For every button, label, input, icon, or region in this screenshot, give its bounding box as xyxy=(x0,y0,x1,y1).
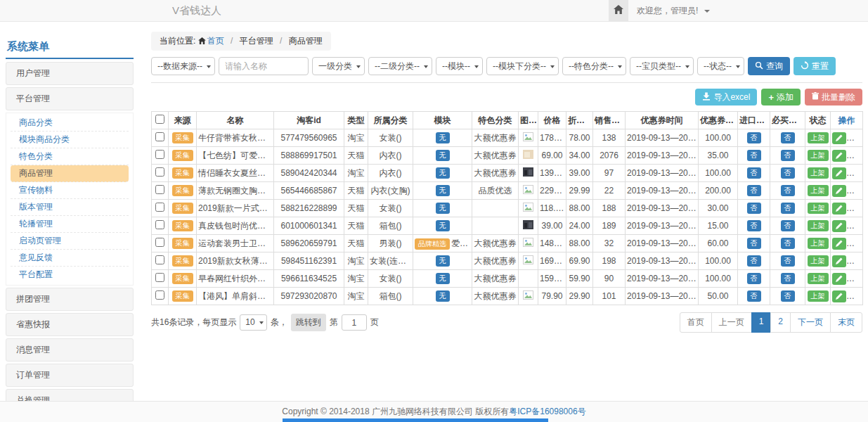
imported-badge[interactable]: 否 xyxy=(747,132,761,143)
page-button-末页[interactable]: 末页 xyxy=(830,312,862,333)
must-buy-badge[interactable]: 否 xyxy=(781,150,795,161)
status-badge[interactable]: 上架 xyxy=(808,273,829,284)
sidebar-item-订单管理[interactable]: 订单管理 xyxy=(6,364,134,387)
edit-button[interactable] xyxy=(832,238,846,250)
edit-button[interactable] xyxy=(832,150,846,162)
row-checkbox[interactable] xyxy=(155,150,164,159)
must-buy-cell: 否 xyxy=(770,217,805,235)
per-page-select[interactable]: 10 xyxy=(240,314,266,331)
row-checkbox[interactable] xyxy=(155,220,164,229)
must-buy-badge[interactable]: 否 xyxy=(781,290,795,302)
feature-category xyxy=(472,217,519,235)
status-badge[interactable]: 上架 xyxy=(808,167,829,179)
jump-button[interactable]: 跳转到 xyxy=(291,314,326,331)
edit-button[interactable] xyxy=(832,290,846,302)
sidebar-item-消息管理[interactable]: 消息管理 xyxy=(6,338,134,362)
imported-badge[interactable]: 否 xyxy=(747,203,761,214)
filter-select-状态[interactable]: --状态-- xyxy=(697,57,744,75)
status-badge[interactable]: 上架 xyxy=(808,255,829,267)
sidebar-item-平台配置[interactable]: 平台配置 xyxy=(11,267,129,283)
sidebar-item-模块商品分类[interactable]: 模块商品分类 xyxy=(11,132,129,148)
imported-badge[interactable]: 否 xyxy=(747,290,761,302)
imported-badge[interactable]: 否 xyxy=(747,150,761,161)
sidebar-item-启动页管理[interactable]: 启动页管理 xyxy=(11,233,129,250)
sidebar-item-拼团管理[interactable]: 拼团管理 xyxy=(6,288,134,311)
must-buy-badge[interactable]: 否 xyxy=(781,273,795,284)
sidebar-item-商品管理[interactable]: 商品管理 xyxy=(11,165,129,182)
page-button-上一页[interactable]: 上一页 xyxy=(711,312,752,333)
batch-delete-button[interactable]: 批量删除 xyxy=(805,89,862,106)
sidebar-item-user-mgmt[interactable]: 用户管理 xyxy=(6,62,134,85)
breadcrumb-item-platform[interactable]: 平台管理 xyxy=(240,36,273,46)
sidebar-item-platform-mgmt[interactable]: 平台管理 xyxy=(6,87,134,110)
edit-button[interactable] xyxy=(832,220,846,232)
page-button-2[interactable]: 2 xyxy=(770,312,791,333)
imported-badge[interactable]: 否 xyxy=(747,220,761,231)
user-menu[interactable]: 欢迎您，管理员! xyxy=(637,0,710,21)
status-badge[interactable]: 上架 xyxy=(808,132,829,143)
sidebar-item-版本管理[interactable]: 版本管理 xyxy=(11,199,129,216)
sidebar-item-宣传物料[interactable]: 宣传物料 xyxy=(11,182,129,199)
reset-button[interactable]: 重置 xyxy=(793,57,836,75)
row-checkbox[interactable] xyxy=(155,255,164,264)
must-buy-badge[interactable]: 否 xyxy=(781,238,795,249)
page-number-input[interactable] xyxy=(342,314,367,331)
sidebar-item-特色分类[interactable]: 特色分类 xyxy=(11,148,129,165)
must-buy-badge[interactable]: 否 xyxy=(781,203,795,214)
sidebar-item-意见反馈[interactable]: 意见反馈 xyxy=(11,250,129,267)
add-button[interactable]: + 添加 xyxy=(761,89,801,106)
sidebar-item-轮播管理[interactable]: 轮播管理 xyxy=(11,216,129,233)
home-button[interactable] xyxy=(609,0,628,21)
filter-select-模块下分类[interactable]: --模块下分类-- xyxy=(486,57,559,75)
edit-button[interactable] xyxy=(832,203,846,215)
imported-badge[interactable]: 否 xyxy=(747,255,761,267)
row-checkbox[interactable] xyxy=(155,203,164,212)
status-badge[interactable]: 上架 xyxy=(808,238,829,249)
filter-select-宝贝类型[interactable]: --宝贝类型-- xyxy=(630,57,694,75)
imported-badge[interactable]: 否 xyxy=(747,185,761,196)
row-checkbox[interactable] xyxy=(155,238,164,247)
imported-badge[interactable]: 否 xyxy=(747,238,761,249)
edit-button[interactable] xyxy=(832,167,846,179)
status-badge[interactable]: 上架 xyxy=(808,203,829,214)
page-button-1[interactable]: 1 xyxy=(751,312,772,333)
edit-button[interactable] xyxy=(832,255,846,267)
status-badge[interactable]: 上架 xyxy=(808,220,829,231)
edit-button[interactable] xyxy=(832,185,846,197)
import-excel-button[interactable]: 导入excel xyxy=(695,89,757,106)
sidebar-item-商品分类[interactable]: 商品分类 xyxy=(11,115,129,132)
sidebar-item-省惠快报[interactable]: 省惠快报 xyxy=(6,313,134,336)
name-search-input[interactable] xyxy=(219,57,309,75)
filter-select-一级分类[interactable]: 一级分类 xyxy=(312,57,365,75)
filter-select-数据来源[interactable]: --数据来源-- xyxy=(151,57,215,75)
discount-price: 88.00 xyxy=(566,235,593,252)
must-buy-badge[interactable]: 否 xyxy=(781,132,795,143)
row-checkbox[interactable] xyxy=(155,290,164,300)
breadcrumb-home-link[interactable]: 首页 xyxy=(198,36,224,46)
status-badge[interactable]: 上架 xyxy=(808,150,829,161)
edit-button[interactable] xyxy=(832,273,846,285)
must-buy-badge[interactable]: 否 xyxy=(781,255,795,267)
status-badge[interactable]: 上架 xyxy=(808,185,829,196)
source-badge: 采集 xyxy=(172,132,193,143)
filter-select-特色分类[interactable]: --特色分类-- xyxy=(562,57,626,75)
search-button[interactable]: 查询 xyxy=(748,57,790,75)
imported-badge[interactable]: 否 xyxy=(747,273,761,284)
row-checkbox[interactable] xyxy=(155,185,164,194)
row-checkbox[interactable] xyxy=(155,273,164,282)
edit-button[interactable] xyxy=(832,132,846,144)
must-buy-badge[interactable]: 否 xyxy=(781,185,795,196)
page-button-下一页[interactable]: 下一页 xyxy=(790,312,831,333)
filter-select-模块[interactable]: --模块-- xyxy=(436,57,483,75)
row-checkbox[interactable] xyxy=(155,132,164,141)
imported-badge[interactable]: 否 xyxy=(747,167,761,179)
icp-link[interactable]: 粤ICP备16098006号 xyxy=(509,407,585,416)
taoke-id: 597293020870 xyxy=(274,288,344,305)
page-button-首页[interactable]: 首页 xyxy=(680,312,712,333)
select-all-checkbox[interactable] xyxy=(155,115,164,124)
status-badge[interactable]: 上架 xyxy=(808,290,829,302)
must-buy-badge[interactable]: 否 xyxy=(781,167,795,179)
row-checkbox[interactable] xyxy=(155,167,164,177)
must-buy-badge[interactable]: 否 xyxy=(781,220,795,231)
filter-select-二级分类[interactable]: --二级分类-- xyxy=(368,57,432,75)
